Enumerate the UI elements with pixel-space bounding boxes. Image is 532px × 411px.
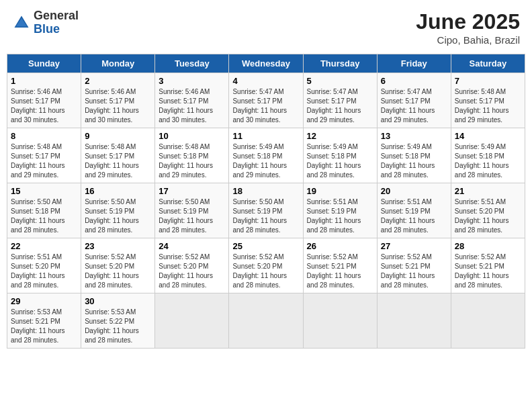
table-row: 23Sunrise: 5:52 AM Sunset: 5:20 PM Dayli…	[81, 238, 155, 293]
day-number: 21	[455, 186, 521, 196]
day-number: 18	[232, 186, 299, 196]
calendar-body: 1Sunrise: 5:46 AM Sunset: 5:17 PM Daylig…	[7, 73, 525, 349]
table-row: 17Sunrise: 5:50 AM Sunset: 5:19 PM Dayli…	[155, 183, 229, 238]
day-info: Sunrise: 5:50 AM Sunset: 5:19 PM Dayligh…	[85, 197, 151, 235]
col-saturday: Saturday	[451, 54, 525, 73]
day-info: Sunrise: 5:50 AM Sunset: 5:19 PM Dayligh…	[159, 197, 225, 235]
logo-blue-text: Blue	[34, 23, 79, 36]
day-number: 14	[455, 131, 521, 141]
logo: General Blue	[12, 9, 79, 36]
page-header: General Blue June 2025 Cipo, Bahia, Braz…	[7, 7, 525, 48]
day-number: 19	[307, 186, 373, 196]
day-info: Sunrise: 5:51 AM Sunset: 5:19 PM Dayligh…	[307, 197, 373, 235]
day-info: Sunrise: 5:47 AM Sunset: 5:17 PM Dayligh…	[232, 87, 299, 125]
day-number: 5	[307, 76, 373, 86]
col-tuesday: Tuesday	[155, 54, 229, 73]
table-row: 26Sunrise: 5:52 AM Sunset: 5:21 PM Dayli…	[303, 238, 377, 293]
table-row: 10Sunrise: 5:48 AM Sunset: 5:18 PM Dayli…	[155, 128, 229, 183]
table-row	[229, 293, 303, 349]
day-info: Sunrise: 5:48 AM Sunset: 5:17 PM Dayligh…	[455, 87, 521, 125]
day-info: Sunrise: 5:48 AM Sunset: 5:17 PM Dayligh…	[85, 142, 151, 180]
day-number: 9	[85, 131, 151, 141]
day-info: Sunrise: 5:52 AM Sunset: 5:21 PM Dayligh…	[381, 253, 447, 290]
day-number: 17	[159, 186, 225, 196]
day-info: Sunrise: 5:49 AM Sunset: 5:18 PM Dayligh…	[307, 142, 373, 180]
day-info: Sunrise: 5:50 AM Sunset: 5:19 PM Dayligh…	[232, 197, 299, 235]
table-row: 4Sunrise: 5:47 AM Sunset: 5:17 PM Daylig…	[229, 73, 303, 128]
day-number: 28	[455, 241, 521, 251]
table-row	[451, 293, 525, 349]
table-row: 19Sunrise: 5:51 AM Sunset: 5:19 PM Dayli…	[303, 183, 377, 238]
table-row: 22Sunrise: 5:51 AM Sunset: 5:20 PM Dayli…	[7, 238, 81, 293]
table-row: 25Sunrise: 5:52 AM Sunset: 5:20 PM Dayli…	[229, 238, 303, 293]
day-number: 29	[11, 296, 77, 306]
day-number: 24	[159, 241, 225, 251]
col-monday: Monday	[81, 54, 155, 73]
col-thursday: Thursday	[303, 54, 377, 73]
location-subtitle: Cipo, Bahia, Brazil	[416, 34, 520, 46]
day-info: Sunrise: 5:49 AM Sunset: 5:18 PM Dayligh…	[232, 142, 299, 180]
day-number: 7	[455, 76, 521, 86]
table-row	[303, 293, 377, 349]
table-row: 8Sunrise: 5:48 AM Sunset: 5:17 PM Daylig…	[7, 128, 81, 183]
day-number: 20	[381, 186, 447, 196]
day-info: Sunrise: 5:46 AM Sunset: 5:17 PM Dayligh…	[11, 87, 77, 125]
col-friday: Friday	[377, 54, 451, 73]
day-info: Sunrise: 5:53 AM Sunset: 5:22 PM Dayligh…	[85, 308, 151, 345]
col-wednesday: Wednesday	[229, 54, 303, 73]
day-number: 16	[85, 186, 151, 196]
table-row: 20Sunrise: 5:51 AM Sunset: 5:19 PM Dayli…	[377, 183, 451, 238]
table-row	[377, 293, 451, 349]
month-year-title: June 2025	[416, 9, 520, 34]
table-row: 28Sunrise: 5:52 AM Sunset: 5:21 PM Dayli…	[451, 238, 525, 293]
day-number: 13	[381, 131, 447, 141]
table-row: 15Sunrise: 5:50 AM Sunset: 5:18 PM Dayli…	[7, 183, 81, 238]
day-number: 4	[232, 76, 299, 86]
table-row: 1Sunrise: 5:46 AM Sunset: 5:17 PM Daylig…	[7, 73, 81, 128]
table-row: 2Sunrise: 5:46 AM Sunset: 5:17 PM Daylig…	[81, 73, 155, 128]
table-row: 30Sunrise: 5:53 AM Sunset: 5:22 PM Dayli…	[81, 293, 155, 349]
col-sunday: Sunday	[7, 54, 81, 73]
day-number: 1	[11, 76, 77, 86]
day-number: 8	[11, 131, 77, 141]
day-number: 10	[159, 131, 225, 141]
day-number: 6	[381, 76, 447, 86]
day-info: Sunrise: 5:46 AM Sunset: 5:17 PM Dayligh…	[85, 87, 151, 125]
day-number: 27	[381, 241, 447, 251]
title-block: June 2025 Cipo, Bahia, Brazil	[416, 9, 520, 46]
logo-icon	[12, 13, 31, 32]
day-number: 22	[11, 241, 77, 251]
day-info: Sunrise: 5:52 AM Sunset: 5:20 PM Dayligh…	[85, 253, 151, 290]
day-info: Sunrise: 5:50 AM Sunset: 5:18 PM Dayligh…	[11, 197, 77, 235]
day-number: 11	[232, 131, 299, 141]
calendar-week-row: 1Sunrise: 5:46 AM Sunset: 5:17 PM Daylig…	[7, 73, 525, 128]
day-info: Sunrise: 5:46 AM Sunset: 5:17 PM Dayligh…	[159, 87, 225, 125]
day-info: Sunrise: 5:47 AM Sunset: 5:17 PM Dayligh…	[381, 87, 447, 125]
day-info: Sunrise: 5:49 AM Sunset: 5:18 PM Dayligh…	[455, 142, 521, 180]
day-info: Sunrise: 5:53 AM Sunset: 5:21 PM Dayligh…	[11, 308, 77, 345]
table-row: 24Sunrise: 5:52 AM Sunset: 5:20 PM Dayli…	[155, 238, 229, 293]
table-row: 11Sunrise: 5:49 AM Sunset: 5:18 PM Dayli…	[229, 128, 303, 183]
day-number: 26	[307, 241, 373, 251]
day-number: 3	[159, 76, 225, 86]
table-row: 6Sunrise: 5:47 AM Sunset: 5:17 PM Daylig…	[377, 73, 451, 128]
day-number: 12	[307, 131, 373, 141]
calendar-week-row: 15Sunrise: 5:50 AM Sunset: 5:18 PM Dayli…	[7, 183, 525, 238]
table-row: 18Sunrise: 5:50 AM Sunset: 5:19 PM Dayli…	[229, 183, 303, 238]
table-row: 13Sunrise: 5:49 AM Sunset: 5:18 PM Dayli…	[377, 128, 451, 183]
table-row: 27Sunrise: 5:52 AM Sunset: 5:21 PM Dayli…	[377, 238, 451, 293]
day-info: Sunrise: 5:49 AM Sunset: 5:18 PM Dayligh…	[381, 142, 447, 180]
day-info: Sunrise: 5:52 AM Sunset: 5:20 PM Dayligh…	[159, 253, 225, 290]
table-row: 7Sunrise: 5:48 AM Sunset: 5:17 PM Daylig…	[451, 73, 525, 128]
day-info: Sunrise: 5:51 AM Sunset: 5:20 PM Dayligh…	[11, 253, 77, 290]
table-row: 14Sunrise: 5:49 AM Sunset: 5:18 PM Dayli…	[451, 128, 525, 183]
day-info: Sunrise: 5:47 AM Sunset: 5:17 PM Dayligh…	[307, 87, 373, 125]
day-info: Sunrise: 5:51 AM Sunset: 5:19 PM Dayligh…	[381, 197, 447, 235]
day-info: Sunrise: 5:52 AM Sunset: 5:21 PM Dayligh…	[307, 253, 373, 290]
day-number: 2	[85, 76, 151, 86]
calendar-week-row: 8Sunrise: 5:48 AM Sunset: 5:17 PM Daylig…	[7, 128, 525, 183]
table-row: 21Sunrise: 5:51 AM Sunset: 5:20 PM Dayli…	[451, 183, 525, 238]
day-number: 25	[232, 241, 299, 251]
day-number: 23	[85, 241, 151, 251]
day-info: Sunrise: 5:52 AM Sunset: 5:21 PM Dayligh…	[455, 253, 521, 290]
